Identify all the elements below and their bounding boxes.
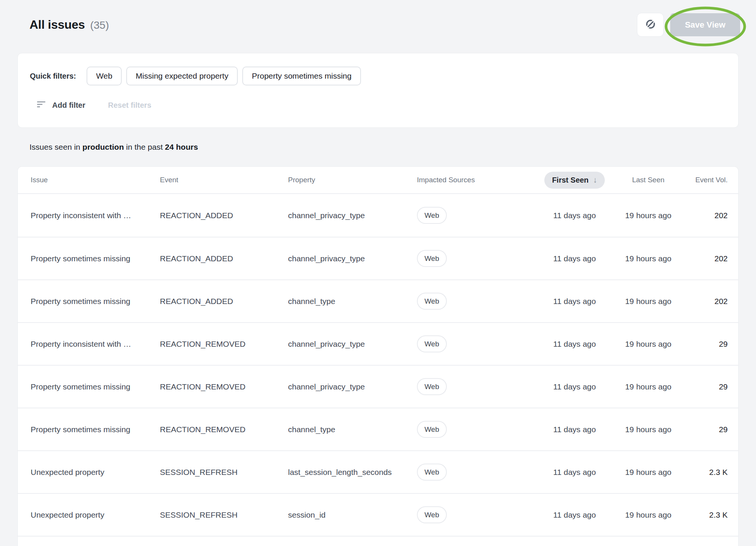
filters-card: Quick filters: Web Missing expected prop… — [17, 53, 739, 128]
issue-cell: Unexpected property — [31, 510, 160, 520]
link-icon — [644, 18, 657, 32]
table-row-partial — [18, 536, 738, 546]
event-vol-cell: 29 — [719, 425, 728, 434]
issue-cell: Property sometimes missing — [31, 254, 160, 263]
table-row[interactable]: Unexpected property SESSION_REFRESH sess… — [18, 493, 738, 536]
property-cell: last_session_length_seconds — [288, 468, 417, 477]
table-row[interactable]: Property sometimes missing REACTION_ADDE… — [18, 279, 738, 322]
column-header-last-seen[interactable]: Last Seen — [632, 176, 665, 184]
first-seen-cell: 11 days ago — [553, 468, 596, 477]
scope-banner: Issues seen in production in the past 24… — [29, 140, 739, 154]
last-seen-cell: 19 hours ago — [625, 468, 672, 477]
sources-cell: Web — [417, 421, 542, 438]
sources-cell: Web — [417, 506, 542, 523]
quick-filters-label: Quick filters: — [30, 72, 76, 81]
quick-filters-row: Quick filters: Web Missing expected prop… — [30, 67, 726, 85]
source-badge: Web — [417, 464, 447, 481]
quick-filter-chip-missing-expected-property[interactable]: Missing expected property — [126, 67, 238, 85]
last-seen-cell: 19 hours ago — [625, 211, 672, 220]
banner-environment: production — [82, 143, 124, 151]
table-row[interactable]: Property sometimes missing REACTION_ADDE… — [18, 237, 738, 279]
last-seen-cell: 19 hours ago — [625, 297, 672, 306]
sources-cell: Web — [417, 378, 542, 395]
property-cell: channel_privacy_type — [288, 382, 417, 391]
banner-middle: in the past — [124, 143, 165, 151]
column-header-event[interactable]: Event — [160, 176, 288, 184]
event-cell: REACTION_ADDED — [160, 211, 288, 220]
first-seen-cell: 11 days ago — [553, 425, 596, 434]
property-cell: channel_privacy_type — [288, 211, 417, 220]
property-cell: channel_type — [288, 425, 417, 434]
sources-cell: Web — [417, 207, 542, 224]
last-seen-cell: 19 hours ago — [625, 340, 672, 349]
last-seen-cell: 19 hours ago — [625, 254, 672, 263]
event-cell: REACTION_REMOVED — [160, 340, 288, 349]
event-vol-cell: 2.3 K — [709, 468, 728, 477]
event-cell: SESSION_REFRESH — [160, 468, 288, 477]
source-badge: Web — [417, 207, 447, 224]
column-header-impacted-sources[interactable]: Impacted Sources — [417, 176, 542, 184]
table-row[interactable]: Property sometimes missing REACTION_REMO… — [18, 408, 738, 450]
issue-cell: Property inconsistent with … — [31, 340, 160, 349]
event-vol-cell: 29 — [719, 340, 728, 349]
copy-link-button[interactable] — [637, 13, 664, 37]
header-actions: Save View — [637, 13, 740, 37]
property-cell: channel_type — [288, 297, 417, 306]
issue-cell: Property inconsistent with … — [31, 211, 160, 220]
issue-cell: Property sometimes missing — [31, 297, 160, 306]
event-cell: REACTION_ADDED — [160, 254, 288, 263]
first-seen-cell: 11 days ago — [553, 340, 596, 349]
event-vol-cell: 202 — [714, 254, 728, 263]
sources-cell: Web — [417, 464, 542, 481]
sources-cell: Web — [417, 293, 542, 310]
event-vol-cell: 202 — [714, 297, 728, 306]
first-seen-cell: 11 days ago — [553, 254, 596, 263]
column-header-event-vol[interactable]: Event Vol. — [695, 176, 728, 184]
first-seen-cell: 11 days ago — [553, 297, 596, 306]
issue-cell: Unexpected property — [31, 468, 160, 477]
save-view-button[interactable]: Save View — [670, 13, 740, 36]
first-seen-sort-pill[interactable]: First Seen ↓ — [544, 172, 604, 189]
source-badge: Web — [417, 335, 447, 352]
reset-filters-button[interactable]: Reset filters — [108, 101, 152, 110]
issue-count: (35) — [90, 19, 109, 31]
property-cell: channel_privacy_type — [288, 340, 417, 349]
first-seen-cell: 11 days ago — [553, 211, 596, 220]
last-seen-cell: 19 hours ago — [625, 382, 672, 391]
quick-filter-chip-property-sometimes-missing[interactable]: Property sometimes missing — [242, 67, 361, 85]
column-header-issue[interactable]: Issue — [31, 176, 160, 184]
last-seen-cell: 19 hours ago — [625, 425, 672, 434]
event-vol-cell: 29 — [719, 382, 728, 391]
table-row[interactable]: Property sometimes missing REACTION_REMO… — [18, 365, 738, 408]
filter-lines-icon — [36, 99, 46, 111]
issue-cell: Property sometimes missing — [31, 382, 160, 391]
property-cell: channel_privacy_type — [288, 254, 417, 263]
first-seen-cell: 11 days ago — [553, 510, 596, 520]
event-cell: REACTION_REMOVED — [160, 382, 288, 391]
sources-cell: Web — [417, 250, 542, 267]
source-badge: Web — [417, 421, 447, 438]
first-seen-cell: 11 days ago — [553, 382, 596, 391]
page-header: All issues (35) Save View — [0, 0, 756, 37]
sources-cell: Web — [417, 335, 542, 352]
property-cell: session_id — [288, 510, 417, 520]
event-cell: REACTION_ADDED — [160, 297, 288, 306]
add-filter-label: Add filter — [52, 101, 85, 110]
event-cell: SESSION_REFRESH — [160, 510, 288, 520]
event-vol-cell: 202 — [714, 211, 728, 220]
filter-actions-row: Add filter Reset filters — [30, 96, 726, 115]
event-cell: REACTION_REMOVED — [160, 425, 288, 434]
source-badge: Web — [417, 293, 447, 310]
source-badge: Web — [417, 378, 447, 395]
page-title-group: All issues (35) — [29, 18, 109, 32]
sort-descending-icon: ↓ — [593, 175, 597, 185]
quick-filter-chip-web[interactable]: Web — [87, 67, 122, 85]
source-badge: Web — [417, 250, 447, 267]
table-row[interactable]: Property inconsistent with … REACTION_AD… — [18, 194, 738, 237]
issues-table: Issue Event Property Impacted Sources Fi… — [17, 166, 739, 546]
page-title: All issues — [29, 18, 85, 32]
table-row[interactable]: Property inconsistent with … REACTION_RE… — [18, 322, 738, 365]
column-header-property[interactable]: Property — [288, 176, 417, 184]
table-row[interactable]: Unexpected property SESSION_REFRESH last… — [18, 450, 738, 493]
add-filter-button[interactable]: Add filter — [36, 99, 85, 111]
